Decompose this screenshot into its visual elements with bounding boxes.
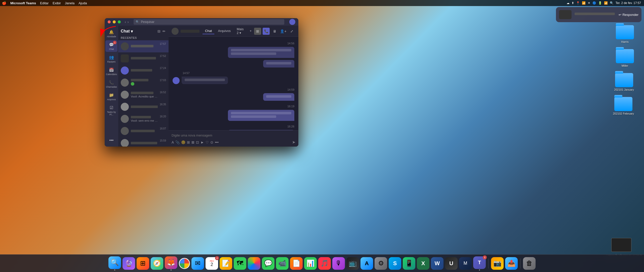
attach-button[interactable]: 📎 [175,140,180,144]
chat-item[interactable]: 15:59 [118,137,169,147]
meetup-button[interactable]: ⊡ [196,140,199,144]
dock-safari[interactable]: 🧭 [151,257,163,270]
dock-separator [520,258,520,268]
dock-whatsapp[interactable]: 📱 [403,257,415,270]
chat-chevron-icon: ▾ [131,29,133,34]
dock-excel[interactable]: X [417,257,429,270]
chat-item[interactable]: 16:07 [118,125,169,137]
dock-podcasts[interactable]: 🎙 [332,257,345,270]
sidebar-item-calendar[interactable]: 📅 Calendário [105,65,117,77]
filter-button[interactable]: ⊟ [157,29,161,34]
popout-button[interactable]: ⤢ [288,28,295,35]
tab-files[interactable]: Arquivos [215,28,233,34]
dock-appstore[interactable]: A [360,257,373,270]
sidebar-item-activity[interactable]: 🔔 Atividade [105,28,117,39]
menubar-search-icon[interactable]: 🔍 [610,1,614,5]
dock-siri[interactable]: 🔮 [123,257,135,270]
minimize-button[interactable] [113,20,116,23]
maximize-button[interactable] [118,20,121,23]
gif-button[interactable]: ⊞ [187,140,190,144]
apple-menu[interactable]: 🍎 [2,1,6,5]
sidebar-item-files[interactable]: 📁 Arquivos [105,91,117,102]
dock-teams[interactable]: T 1 [473,256,486,270]
dock-word[interactable]: W [431,257,444,270]
schedule-button[interactable]: ► [200,140,204,144]
desktop-folder-miller[interactable]: Miller [616,49,634,67]
chat-item-avatar [121,103,129,111]
menubar-janela[interactable]: Janela [65,1,74,5]
add-people-button[interactable]: 👤+ [280,28,287,35]
sidebar-item-teams[interactable]: 👥 Equipes [105,53,117,64]
dock-numbers[interactable]: 📊 [304,257,317,270]
tab-more[interactable]: Mais 2 ▾ [234,26,246,36]
praise-button[interactable]: ♡ [206,140,209,144]
chat-item[interactable]: 17:24 [118,64,169,77]
user-avatar[interactable] [289,19,295,25]
activity-icon: 🔔 [109,29,114,35]
dock-finder[interactable]: 🔍 [108,256,121,270]
new-chat-button[interactable]: ✏ [162,29,166,34]
chat-item[interactable]: Você: sem erro me chame depois... 16:20 [118,113,169,125]
desktop-folder-feb[interactable]: 202102 February [613,97,634,115]
chat-item[interactable]: Você: Acredito que sim 16:52 [118,89,169,101]
chat-item[interactable]: 17:03 [118,77,169,89]
desktop-folder-harris[interactable]: Harris [616,25,634,43]
screen-share-button[interactable]: 🖥 [271,28,278,35]
menubar-ajuda[interactable]: Ajuda [78,1,87,5]
dock-maps[interactable]: 🗺 [234,257,246,270]
chat-item-avatar [121,91,129,99]
more-actions-button[interactable]: ••• [215,140,219,144]
close-button[interactable] [108,20,111,23]
dock-pages[interactable]: 📄 [290,257,303,270]
dock-unity[interactable]: U [445,257,458,270]
menubar-editar[interactable]: Editar [40,1,49,5]
sidebar-item-calls[interactable]: 📞 Chamadas [105,78,117,90]
menubar-brightness-icon: ☀ [588,1,590,5]
tasks-label: Tasks by Pl... [105,111,117,116]
dock-launchpad[interactable]: ⊞ [137,257,149,270]
dock-photos[interactable] [248,257,260,270]
dock-mattermost[interactable]: M [459,257,472,270]
dock-iphoto[interactable]: 📷 [491,257,504,270]
compose-input[interactable] [172,132,295,138]
dock-firefox[interactable]: 🦊 [165,256,177,270]
format-button[interactable]: A [172,140,174,144]
chat-item[interactable]: 16:35 [118,101,169,113]
dock-skype[interactable]: S [389,257,401,270]
dock-systemprefs[interactable]: ⚙ [375,257,387,270]
menubar-exibir[interactable]: Exibir [53,1,61,5]
chat-list-panel: Chat ▾ ⊟ ✏ Recentes 17:57 [118,26,169,147]
chat-item[interactable]: 17:57 [118,40,169,52]
dock-airdrop[interactable]: 📤 [505,257,518,270]
dock-notes[interactable]: 📝 [220,257,232,270]
dock-messages[interactable]: 💬 [262,257,274,270]
send-button[interactable]: ➤ [292,140,295,145]
tab-add[interactable]: + [247,28,254,34]
dock-music[interactable]: 🎵 [318,257,331,270]
dock-chrome[interactable] [179,258,190,269]
forward-button[interactable]: › [128,20,129,24]
desktop-folder-jan[interactable]: 202101 January [614,73,634,91]
chat-title[interactable]: Chat ▾ [121,29,133,34]
dock-trash[interactable]: 🗑 [523,257,536,270]
messages-icon: 💬 [262,257,274,270]
dock-appletv[interactable]: 📺 [346,257,359,270]
search-bar[interactable]: 🔍 Pesquisar [134,19,284,25]
chat-item[interactable]: 17:52 [118,52,169,64]
sidebar-item-chat[interactable]: 💬 1 Chat [105,40,117,52]
dock-calendar[interactable]: FEV 2 2 [206,257,218,270]
dock-facetime[interactable]: 📹 [276,257,289,270]
tab-chat[interactable]: Chat [203,28,214,34]
dock-mail[interactable]: ✉ [191,257,204,270]
sticker-button[interactable]: ⊠ [191,140,194,144]
sidebar-item-more[interactable]: ••• [105,136,117,145]
menubar: 🍎 Microsoft Teams Editar Exibir Janela A… [0,0,644,6]
back-button[interactable]: ‹ [125,20,126,24]
notification-reply-btn[interactable]: ↩ Responder [619,13,638,17]
video-call-toggle[interactable]: ⊞ [254,28,261,35]
audio-call-button[interactable]: 📞 [263,28,270,35]
emoji-button[interactable]: 😊 [181,140,185,144]
sidebar-item-tasks[interactable]: ☑ Tasks by Pl... [105,103,117,117]
record-button[interactable]: ⊙ [210,140,213,144]
jan-folder-label: 202101 January [614,88,634,91]
